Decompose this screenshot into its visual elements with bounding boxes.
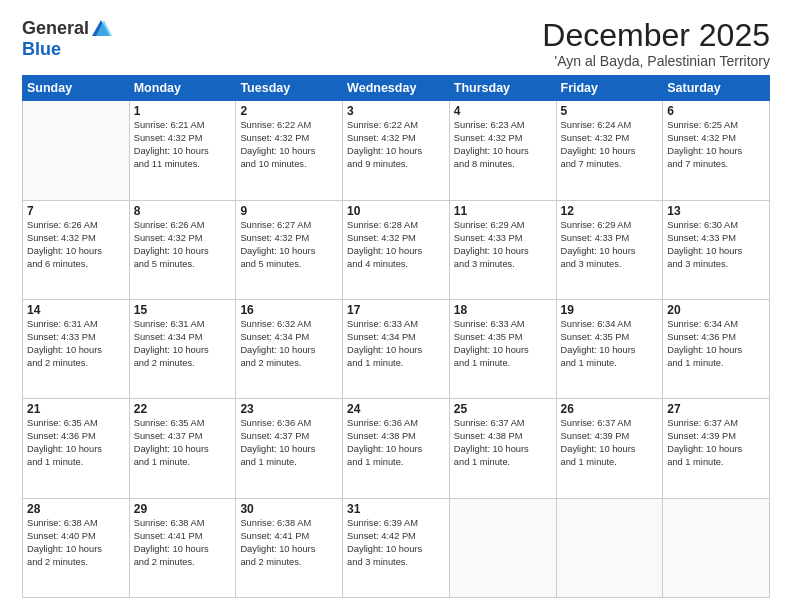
day-info: Sunrise: 6:26 AMSunset: 4:32 PMDaylight:…	[27, 219, 125, 271]
day-cell: 30Sunrise: 6:38 AMSunset: 4:41 PMDayligh…	[236, 498, 343, 597]
day-info: Sunrise: 6:21 AMSunset: 4:32 PMDaylight:…	[134, 119, 232, 171]
day-info: Sunrise: 6:33 AMSunset: 4:34 PMDaylight:…	[347, 318, 445, 370]
day-number: 7	[27, 204, 125, 218]
day-number: 2	[240, 104, 338, 118]
logo-icon	[90, 18, 112, 40]
day-cell: 23Sunrise: 6:36 AMSunset: 4:37 PMDayligh…	[236, 399, 343, 498]
weekday-header-tuesday: Tuesday	[236, 76, 343, 101]
week-row-1: 1Sunrise: 6:21 AMSunset: 4:32 PMDaylight…	[23, 101, 770, 200]
day-cell: 1Sunrise: 6:21 AMSunset: 4:32 PMDaylight…	[129, 101, 236, 200]
day-number: 29	[134, 502, 232, 516]
weekday-header-friday: Friday	[556, 76, 663, 101]
weekday-header-row: SundayMondayTuesdayWednesdayThursdayFrid…	[23, 76, 770, 101]
day-cell: 9Sunrise: 6:27 AMSunset: 4:32 PMDaylight…	[236, 200, 343, 299]
day-info: Sunrise: 6:29 AMSunset: 4:33 PMDaylight:…	[561, 219, 659, 271]
day-info: Sunrise: 6:27 AMSunset: 4:32 PMDaylight:…	[240, 219, 338, 271]
day-cell: 13Sunrise: 6:30 AMSunset: 4:33 PMDayligh…	[663, 200, 770, 299]
day-info: Sunrise: 6:25 AMSunset: 4:32 PMDaylight:…	[667, 119, 765, 171]
day-cell: 18Sunrise: 6:33 AMSunset: 4:35 PMDayligh…	[449, 299, 556, 398]
day-number: 3	[347, 104, 445, 118]
day-number: 26	[561, 402, 659, 416]
day-cell: 7Sunrise: 6:26 AMSunset: 4:32 PMDaylight…	[23, 200, 130, 299]
day-number: 24	[347, 402, 445, 416]
day-cell: 2Sunrise: 6:22 AMSunset: 4:32 PMDaylight…	[236, 101, 343, 200]
day-info: Sunrise: 6:34 AMSunset: 4:35 PMDaylight:…	[561, 318, 659, 370]
day-cell: 22Sunrise: 6:35 AMSunset: 4:37 PMDayligh…	[129, 399, 236, 498]
day-cell: 25Sunrise: 6:37 AMSunset: 4:38 PMDayligh…	[449, 399, 556, 498]
day-info: Sunrise: 6:36 AMSunset: 4:37 PMDaylight:…	[240, 417, 338, 469]
day-number: 18	[454, 303, 552, 317]
calendar-title: December 2025	[542, 18, 770, 53]
title-block: December 2025 'Ayn al Bayda, Palestinian…	[542, 18, 770, 69]
day-info: Sunrise: 6:30 AMSunset: 4:33 PMDaylight:…	[667, 219, 765, 271]
day-info: Sunrise: 6:38 AMSunset: 4:40 PMDaylight:…	[27, 517, 125, 569]
day-cell: 12Sunrise: 6:29 AMSunset: 4:33 PMDayligh…	[556, 200, 663, 299]
day-number: 31	[347, 502, 445, 516]
day-cell: 16Sunrise: 6:32 AMSunset: 4:34 PMDayligh…	[236, 299, 343, 398]
day-cell: 6Sunrise: 6:25 AMSunset: 4:32 PMDaylight…	[663, 101, 770, 200]
day-info: Sunrise: 6:38 AMSunset: 4:41 PMDaylight:…	[240, 517, 338, 569]
day-number: 6	[667, 104, 765, 118]
day-info: Sunrise: 6:22 AMSunset: 4:32 PMDaylight:…	[240, 119, 338, 171]
day-number: 9	[240, 204, 338, 218]
logo-general: General	[22, 18, 112, 40]
day-cell: 27Sunrise: 6:37 AMSunset: 4:39 PMDayligh…	[663, 399, 770, 498]
day-number: 8	[134, 204, 232, 218]
day-info: Sunrise: 6:32 AMSunset: 4:34 PMDaylight:…	[240, 318, 338, 370]
weekday-header-saturday: Saturday	[663, 76, 770, 101]
day-info: Sunrise: 6:38 AMSunset: 4:41 PMDaylight:…	[134, 517, 232, 569]
day-info: Sunrise: 6:36 AMSunset: 4:38 PMDaylight:…	[347, 417, 445, 469]
day-cell: 28Sunrise: 6:38 AMSunset: 4:40 PMDayligh…	[23, 498, 130, 597]
day-number: 15	[134, 303, 232, 317]
day-info: Sunrise: 6:29 AMSunset: 4:33 PMDaylight:…	[454, 219, 552, 271]
weekday-header-thursday: Thursday	[449, 76, 556, 101]
day-cell	[663, 498, 770, 597]
day-info: Sunrise: 6:33 AMSunset: 4:35 PMDaylight:…	[454, 318, 552, 370]
day-cell: 17Sunrise: 6:33 AMSunset: 4:34 PMDayligh…	[343, 299, 450, 398]
day-cell: 4Sunrise: 6:23 AMSunset: 4:32 PMDaylight…	[449, 101, 556, 200]
day-cell: 11Sunrise: 6:29 AMSunset: 4:33 PMDayligh…	[449, 200, 556, 299]
day-info: Sunrise: 6:37 AMSunset: 4:39 PMDaylight:…	[561, 417, 659, 469]
calendar-page: General Blue December 2025 'Ayn al Bayda…	[0, 0, 792, 612]
day-info: Sunrise: 6:22 AMSunset: 4:32 PMDaylight:…	[347, 119, 445, 171]
day-number: 11	[454, 204, 552, 218]
day-info: Sunrise: 6:28 AMSunset: 4:32 PMDaylight:…	[347, 219, 445, 271]
day-number: 10	[347, 204, 445, 218]
week-row-2: 7Sunrise: 6:26 AMSunset: 4:32 PMDaylight…	[23, 200, 770, 299]
day-info: Sunrise: 6:23 AMSunset: 4:32 PMDaylight:…	[454, 119, 552, 171]
calendar-table: SundayMondayTuesdayWednesdayThursdayFrid…	[22, 75, 770, 598]
day-number: 19	[561, 303, 659, 317]
day-number: 22	[134, 402, 232, 416]
weekday-header-wednesday: Wednesday	[343, 76, 450, 101]
day-cell: 19Sunrise: 6:34 AMSunset: 4:35 PMDayligh…	[556, 299, 663, 398]
day-cell: 31Sunrise: 6:39 AMSunset: 4:42 PMDayligh…	[343, 498, 450, 597]
day-info: Sunrise: 6:24 AMSunset: 4:32 PMDaylight:…	[561, 119, 659, 171]
week-row-5: 28Sunrise: 6:38 AMSunset: 4:40 PMDayligh…	[23, 498, 770, 597]
day-cell: 26Sunrise: 6:37 AMSunset: 4:39 PMDayligh…	[556, 399, 663, 498]
day-info: Sunrise: 6:26 AMSunset: 4:32 PMDaylight:…	[134, 219, 232, 271]
day-cell	[556, 498, 663, 597]
day-number: 13	[667, 204, 765, 218]
day-number: 14	[27, 303, 125, 317]
logo-blue: Blue	[22, 40, 112, 60]
day-number: 17	[347, 303, 445, 317]
day-number: 16	[240, 303, 338, 317]
day-cell: 10Sunrise: 6:28 AMSunset: 4:32 PMDayligh…	[343, 200, 450, 299]
day-number: 27	[667, 402, 765, 416]
day-cell: 29Sunrise: 6:38 AMSunset: 4:41 PMDayligh…	[129, 498, 236, 597]
day-number: 23	[240, 402, 338, 416]
day-number: 21	[27, 402, 125, 416]
calendar-subtitle: 'Ayn al Bayda, Palestinian Territory	[542, 53, 770, 69]
day-number: 20	[667, 303, 765, 317]
day-cell: 20Sunrise: 6:34 AMSunset: 4:36 PMDayligh…	[663, 299, 770, 398]
day-number: 4	[454, 104, 552, 118]
logo: General Blue	[22, 18, 112, 60]
weekday-header-monday: Monday	[129, 76, 236, 101]
day-cell: 8Sunrise: 6:26 AMSunset: 4:32 PMDaylight…	[129, 200, 236, 299]
day-info: Sunrise: 6:31 AMSunset: 4:33 PMDaylight:…	[27, 318, 125, 370]
day-cell: 3Sunrise: 6:22 AMSunset: 4:32 PMDaylight…	[343, 101, 450, 200]
day-cell: 5Sunrise: 6:24 AMSunset: 4:32 PMDaylight…	[556, 101, 663, 200]
day-cell: 24Sunrise: 6:36 AMSunset: 4:38 PMDayligh…	[343, 399, 450, 498]
day-info: Sunrise: 6:37 AMSunset: 4:38 PMDaylight:…	[454, 417, 552, 469]
day-cell: 21Sunrise: 6:35 AMSunset: 4:36 PMDayligh…	[23, 399, 130, 498]
